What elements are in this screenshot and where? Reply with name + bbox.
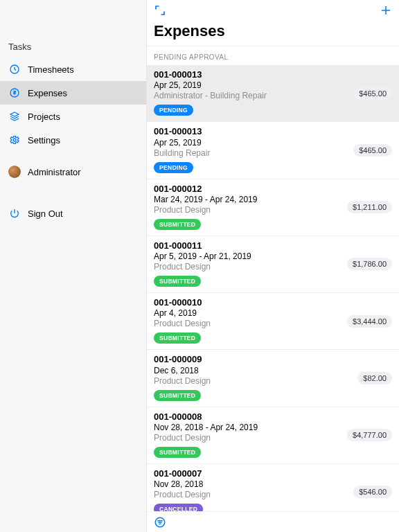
sidebar-item-label: Projects (28, 112, 60, 122)
expense-desc: Administrator - Building Repair (154, 91, 348, 101)
sidebar: Tasks Timesheets Expenses Projects Setti… (0, 0, 147, 532)
sidebar-item-label: Timesheets (28, 64, 74, 75)
expense-row[interactable]: 001-000007Nov 28, 2018Product DesignCANC… (147, 464, 399, 511)
expense-desc: Product Design (154, 205, 342, 215)
avatar (8, 166, 21, 178)
expense-date: Nov 28, 2018 (154, 479, 348, 490)
expense-id: 001-000009 (154, 354, 352, 365)
expense-row[interactable]: 001-000011Apr 5, 2019 - Apr 21, 2019Prod… (147, 236, 399, 293)
expense-date: Dec 6, 2018 (154, 366, 352, 376)
expense-row[interactable]: 001-000010Apr 4, 2019Product DesignSUBMI… (147, 293, 399, 350)
sidebar-item-label: Settings (28, 135, 60, 145)
expense-amount: $1,786.00 (347, 258, 392, 270)
expense-id: 001-000011 (154, 240, 342, 251)
expense-desc: Product Design (154, 376, 352, 387)
expense-date: Apr 25, 2019 (154, 80, 348, 91)
status-badge: SUBMITTED (154, 276, 201, 287)
gear-icon (8, 134, 21, 146)
expense-amount: $465.00 (353, 87, 392, 100)
status-badge: SUBMITTED (154, 447, 201, 458)
expense-amount: $4,777.00 (347, 429, 392, 441)
expense-amount: $82.00 (357, 372, 392, 384)
status-badge: SUBMITTED (154, 219, 201, 230)
expense-date: Nov 28, 2018 - Apr 24, 2019 (154, 423, 342, 433)
expense-list[interactable]: 001-000013Apr 25, 2019Administrator - Bu… (147, 65, 399, 511)
expense-id: 001-000010 (154, 297, 342, 308)
power-icon (8, 207, 21, 220)
expense-row[interactable]: 001-000009Dec 6, 2018Product DesignSUBMI… (147, 350, 399, 407)
expense-row[interactable]: 001-000013Apr 25, 2019Building RepairPEN… (147, 122, 399, 179)
sidebar-item-projects[interactable]: Projects (0, 105, 146, 128)
section-header: PENDING APPROVAL (147, 46, 399, 65)
clock-icon (8, 63, 21, 76)
filter-icon[interactable] (154, 516, 166, 529)
sidebar-item-label: Expenses (28, 88, 67, 98)
expense-amount: $465.00 (353, 144, 392, 157)
expense-amount: $1,211.00 (347, 201, 392, 213)
expense-date: Apr 25, 2019 (154, 138, 348, 148)
sidebar-item-user[interactable]: Administrator (0, 160, 146, 184)
expense-desc: Product Design (154, 262, 342, 272)
bottombar (147, 511, 399, 532)
status-badge: SUBMITTED (154, 390, 201, 401)
status-badge: CANCELLED (154, 504, 203, 511)
expense-amount: $3,444.00 (347, 315, 392, 328)
expense-id: 001-000012 (154, 184, 342, 195)
add-button[interactable] (380, 4, 392, 17)
expense-date: Mar 24, 2019 - Apr 24, 2019 (154, 195, 342, 205)
main: Expenses PENDING APPROVAL 001-000013Apr … (147, 0, 399, 532)
svg-point-2 (13, 139, 16, 141)
topbar (147, 0, 399, 21)
layers-icon (8, 110, 21, 123)
expense-id: 001-000008 (154, 411, 342, 423)
sidebar-item-signout[interactable]: Sign Out (0, 202, 146, 225)
expense-desc: Building Repair (154, 148, 348, 159)
status-badge: SUBMITTED (154, 332, 201, 344)
page-title: Expenses (147, 21, 399, 46)
expense-amount: $546.00 (353, 486, 392, 498)
expense-row[interactable]: 001-000008Nov 28, 2018 - Apr 24, 2019Pro… (147, 407, 399, 464)
expense-id: 001-000007 (154, 468, 348, 479)
sidebar-item-timesheets[interactable]: Timesheets (0, 57, 146, 81)
sidebar-item-label: Administrator (28, 167, 81, 177)
expense-desc: Product Design (154, 319, 342, 329)
expense-row[interactable]: 001-000013Apr 25, 2019Administrator - Bu… (147, 65, 399, 122)
expense-id: 001-000013 (154, 69, 348, 80)
sidebar-title: Tasks (0, 39, 146, 57)
expense-row[interactable]: 001-000012Mar 24, 2019 - Apr 24, 2019Pro… (147, 179, 399, 236)
expense-date: Apr 4, 2019 (154, 308, 342, 319)
expense-date: Apr 5, 2019 - Apr 21, 2019 (154, 251, 342, 262)
dollar-circle-icon (8, 87, 21, 99)
sidebar-item-settings[interactable]: Settings (0, 128, 146, 152)
expense-id: 001-000013 (154, 126, 348, 137)
status-badge: PENDING (154, 105, 193, 116)
status-badge: PENDING (154, 162, 193, 173)
sidebar-item-label: Sign Out (28, 209, 63, 219)
expense-desc: Product Design (154, 490, 348, 500)
sidebar-item-expenses[interactable]: Expenses (0, 81, 146, 105)
expand-icon[interactable] (154, 4, 166, 17)
expense-desc: Product Design (154, 433, 342, 443)
